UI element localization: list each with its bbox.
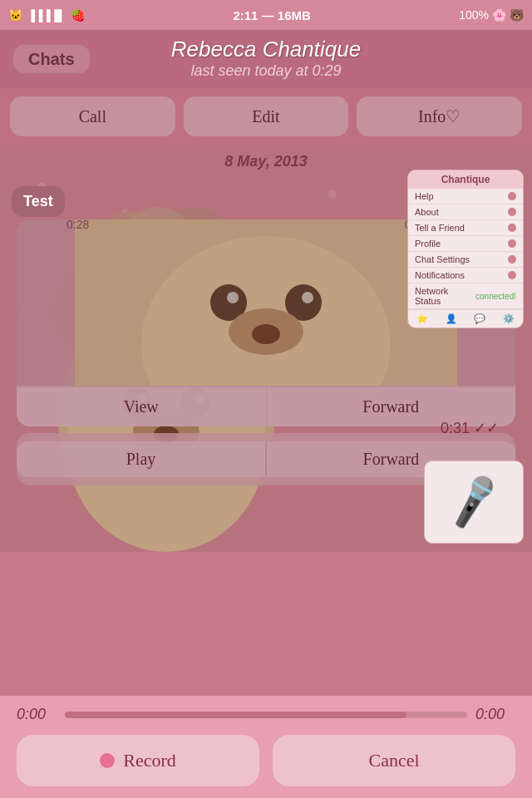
info-button[interactable]: Info♡	[357, 96, 522, 136]
avatar-icon-1: 🌸	[492, 8, 506, 22]
progress-fill	[65, 712, 406, 718]
recording-buttons: Record Cancel	[17, 735, 515, 786]
status-left: 🐱 ▐▐▐▐▌ 🍓	[8, 8, 85, 22]
battery-text: 100%	[459, 8, 489, 22]
audio-time-stamp: 0:31 ✓✓	[441, 419, 499, 437]
play-button[interactable]: Play	[17, 441, 265, 477]
progress-track	[65, 712, 467, 718]
chat-icon[interactable]: 💬	[474, 313, 485, 324]
chat-bubble-left: Test	[12, 186, 65, 217]
star-icon[interactable]: ⭐	[416, 313, 428, 324]
svg-point-31	[302, 292, 313, 303]
menu-item-network-status[interactable]: Network Status connected!	[408, 283, 523, 309]
menu-item-notifications[interactable]: Notifications	[408, 268, 523, 283]
menu-item-profile[interactable]: Profile	[408, 236, 523, 252]
rec-time-left: 0:00	[17, 706, 57, 723]
signal-bars: ▐▐▐▐▌	[27, 9, 66, 22]
status-bar: 🐱 ▐▐▐▐▌ 🍓 2:11 — 16MB 100% 🌸 🐻	[0, 0, 532, 30]
status-time: 2:11 — 16MB	[233, 8, 310, 22]
recording-bar: 0:00 0:00 Record Cancel	[0, 696, 532, 798]
chats-back-button[interactable]: Chats	[13, 45, 90, 74]
svg-point-33	[252, 324, 280, 344]
rec-time-right: 0:00	[475, 706, 515, 723]
status-right: 100% 🌸 🐻	[459, 8, 524, 22]
settings-icon[interactable]: ⚙️	[503, 313, 515, 324]
menu-item-about[interactable]: About	[408, 204, 523, 220]
record-dot-icon	[100, 753, 115, 768]
mic-popup: 🎤	[424, 461, 524, 544]
record-button[interactable]: Record	[17, 735, 259, 786]
action-buttons-row: Call Edit Info♡	[0, 88, 532, 145]
menu-item-chat-settings[interactable]: Chat Settings	[408, 252, 523, 268]
mini-menu-popup: Chantique Help About Tell a Friend Profi…	[407, 170, 524, 328]
edit-button[interactable]: Edit	[184, 96, 349, 136]
bubble1-time: 0:28	[66, 218, 89, 231]
strawberry-icon: 🍓	[71, 8, 85, 22]
people-icon[interactable]: 👤	[446, 313, 457, 324]
date-stamp: 8 May, 2013	[224, 153, 307, 170]
chat-area: 8 May, 2013 Test 0:28 Test 0:27 ✓✓	[0, 145, 532, 552]
svg-point-30	[227, 292, 239, 303]
menu-item-tell-friend[interactable]: Tell a Friend	[408, 220, 523, 236]
progress-row: 0:00 0:00	[17, 706, 515, 723]
kitty-icon: 🐱	[8, 8, 22, 22]
call-button[interactable]: Call	[10, 96, 175, 136]
cancel-button[interactable]: Cancel	[273, 735, 515, 786]
menu-item-help[interactable]: Help	[408, 189, 523, 204]
mini-menu-title: Chantique	[408, 170, 523, 189]
header: Chats Rebecca Chantique last seen today …	[0, 30, 532, 88]
view-button[interactable]: View	[17, 386, 267, 426]
svg-point-3	[328, 190, 337, 199]
microphone-icon: 🎤	[443, 472, 505, 532]
avatar-icon-2: 🐻	[510, 8, 524, 22]
mini-menu-icons: ⭐ 👤 💬 ⚙️	[408, 309, 523, 328]
